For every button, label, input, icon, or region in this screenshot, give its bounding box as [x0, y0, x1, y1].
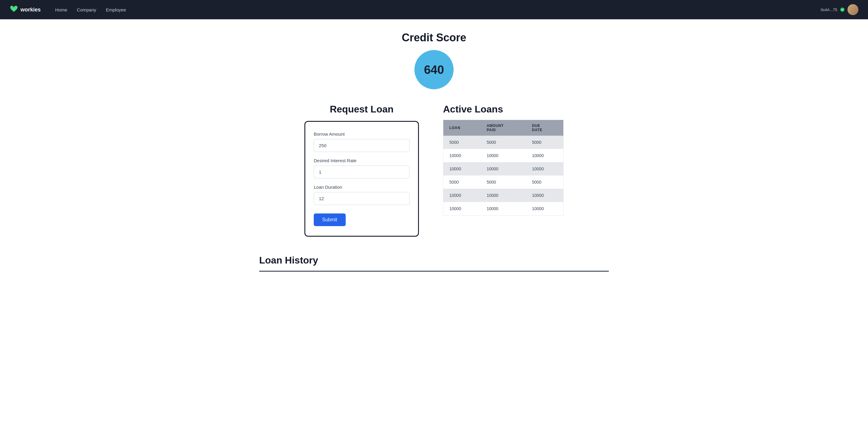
cell-due_date: 5000: [526, 175, 563, 189]
borrow-amount-group: Borrow Amount: [314, 131, 410, 152]
logo-icon: [10, 5, 18, 14]
credit-score-title: Credit Score: [259, 31, 609, 44]
status-dot: [840, 7, 844, 12]
col-due-date: DUEDATE: [526, 120, 563, 136]
interest-rate-group: Desired Interest Rate: [314, 158, 410, 178]
cell-loan: 5000: [443, 175, 481, 189]
navbar: workies Home Company Employee 0x4A...75: [0, 0, 868, 19]
table-row: 500050005000: [443, 136, 564, 149]
interest-rate-input[interactable]: [314, 166, 410, 178]
active-loans-section: Active Loans LOAN AMOUNTPAID DUEDATE 500…: [443, 104, 564, 215]
cell-amount_paid: 10000: [481, 162, 526, 175]
loans-table-header-row: LOAN AMOUNTPAID DUEDATE: [443, 120, 564, 136]
nav-home[interactable]: Home: [55, 7, 67, 12]
loan-form-card: Borrow Amount Desired Interest Rate Loan…: [304, 121, 419, 237]
loan-form-title: Request Loan: [304, 104, 419, 115]
loan-duration-input[interactable]: [314, 192, 410, 205]
loan-form-section: Request Loan Borrow Amount Desired Inter…: [304, 104, 419, 237]
table-row: 100001000010000: [443, 149, 564, 162]
table-row: 500050005000: [443, 175, 564, 189]
avatar-image: [847, 4, 858, 15]
cell-loan: 5000: [443, 136, 481, 149]
cell-loan: 10000: [443, 162, 481, 175]
main-content: Credit Score 640 Request Loan Borrow Amo…: [253, 19, 615, 284]
cell-amount_paid: 5000: [481, 136, 526, 149]
loan-duration-label: Loan Duration: [314, 184, 410, 190]
borrow-amount-input[interactable]: [314, 139, 410, 152]
loan-history-section: Loan History: [259, 255, 609, 272]
cell-due_date: 5000: [526, 136, 563, 149]
loans-table: LOAN AMOUNTPAID DUEDATE 5000500050001000…: [443, 120, 564, 215]
active-loans-title: Active Loans: [443, 104, 564, 115]
col-amount-paid: AMOUNTPAID: [481, 120, 526, 136]
cell-amount_paid: 5000: [481, 175, 526, 189]
interest-rate-label: Desired Interest Rate: [314, 158, 410, 163]
cell-loan: 10000: [443, 189, 481, 202]
cell-loan: 10000: [443, 149, 481, 162]
loan-history-title: Loan History: [259, 255, 609, 266]
loans-table-body: 5000500050001000010000100001000010000100…: [443, 136, 564, 215]
cell-loan: 10000: [443, 202, 481, 215]
loans-table-header: LOAN AMOUNTPAID DUEDATE: [443, 120, 564, 136]
table-row: 100001000010000: [443, 162, 564, 175]
nav-employee[interactable]: Employee: [106, 7, 126, 12]
avatar[interactable]: [847, 4, 858, 15]
brand[interactable]: workies: [10, 5, 41, 14]
borrow-amount-label: Borrow Amount: [314, 131, 410, 137]
nav-company[interactable]: Company: [77, 7, 96, 12]
brand-name: workies: [21, 7, 41, 13]
loan-history-divider: [259, 271, 609, 272]
table-row: 100001000010000: [443, 202, 564, 215]
credit-score-circle: 640: [414, 50, 454, 89]
cell-amount_paid: 10000: [481, 149, 526, 162]
cell-amount_paid: 10000: [481, 189, 526, 202]
cell-due_date: 10000: [526, 162, 563, 175]
cell-amount_paid: 10000: [481, 202, 526, 215]
two-col-layout: Request Loan Borrow Amount Desired Inter…: [259, 104, 609, 237]
table-row: 100001000010000: [443, 189, 564, 202]
loan-duration-group: Loan Duration: [314, 184, 410, 205]
credit-score-value: 640: [424, 63, 444, 77]
cell-due_date: 10000: [526, 202, 563, 215]
col-loan: LOAN: [443, 120, 481, 136]
cell-due_date: 10000: [526, 189, 563, 202]
credit-score-section: Credit Score 640: [259, 31, 609, 89]
submit-button[interactable]: Submit: [314, 213, 346, 226]
nav-links: Home Company Employee: [55, 7, 821, 12]
navbar-right: 0x4A...75: [821, 4, 858, 15]
cell-due_date: 10000: [526, 149, 563, 162]
user-address: 0x4A...75: [821, 7, 837, 12]
